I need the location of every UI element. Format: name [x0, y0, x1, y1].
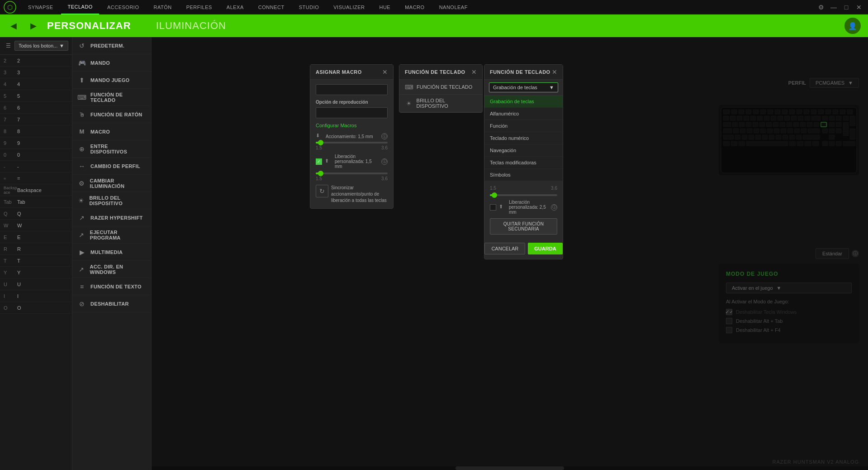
sidebar-item-cambiar-iluminacion[interactable]: ⚙ CAMBIAR ILUMINACIÓN	[72, 175, 151, 192]
list-item[interactable]: 00	[0, 149, 72, 161]
nav-macro[interactable]: MACRO	[398, 0, 431, 14]
sidebar-menu: ↺ PREDETERM. 🎮 MANDO ⬆ MANDO JUEGO ⌨ FUN…	[72, 37, 152, 470]
keys-panel-header: ☰ Todos los boton... ▼	[0, 37, 72, 55]
list-item[interactable]: 66	[0, 102, 72, 114]
liberacion-slider[interactable]	[316, 173, 388, 174]
forward-button[interactable]: ▶	[27, 19, 40, 32]
funcion-slider[interactable]	[490, 194, 557, 196]
nav-raton[interactable]: RATÓN	[147, 0, 178, 14]
funcion-right-close[interactable]: ✕	[552, 68, 557, 76]
menu-icon[interactable]: ☰	[4, 41, 13, 50]
funcion-slider-thumb[interactable]	[492, 192, 497, 198]
nav-connect[interactable]: CONNECT	[252, 0, 291, 14]
maximize-button[interactable]: □	[841, 2, 852, 13]
nav-nanoleaf[interactable]: NANOLEAF	[433, 0, 474, 14]
sidebar-item-macro[interactable]: M MACRO	[72, 123, 151, 140]
sidebar-item-mando-juego[interactable]: ⬆ MANDO JUEGO	[72, 72, 151, 89]
list-item[interactable]: ==	[0, 173, 72, 184]
sync-text: Sincronizar accionamiento/punto de liber…	[331, 185, 388, 204]
list-item[interactable]: TabTab	[0, 196, 72, 208]
sidebar-item-funcion-teclado[interactable]: ⌨ FUNCIÓN DE TECLADO	[72, 89, 151, 106]
dropdown-option-funcion[interactable]: Función	[484, 120, 563, 132]
sidebar-item-mando[interactable]: 🎮 MANDO	[72, 54, 151, 72]
sidebar-item-funcion-raton[interactable]: 🖱 FUNCIÓN DE RATÓN	[72, 106, 151, 123]
list-item[interactable]: 33	[0, 67, 72, 78]
accionamiento-slider-thumb[interactable]	[318, 140, 323, 145]
sidebar-item-entre-disp[interactable]: ⊕ ENTRE DISPOSITIVOS	[72, 140, 151, 158]
list-item[interactable]: --	[0, 161, 72, 173]
funcion-type-dropdown[interactable]: Grabación de teclas ▼	[489, 82, 558, 92]
remove-secondary-button[interactable]: QUITAR FUNCIÓN SECUNDARIA	[490, 218, 557, 235]
nav-studio[interactable]: STUDIO	[293, 0, 326, 14]
liberacion-slider-thumb[interactable]	[318, 171, 323, 176]
sync-icon[interactable]: ↻	[316, 185, 328, 197]
sidebar-item-brillo[interactable]: ☀ BRILLO DEL DISPOSITIVO	[72, 192, 151, 209]
sidebar-item-funcion-texto[interactable]: ≡ FUNCIÓN DE TEXTO	[72, 278, 151, 295]
list-item[interactable]: OO	[0, 302, 72, 314]
list-item[interactable]: II	[0, 290, 72, 302]
funcion-right-slider-section: 1.5 3.6 ⬆ Liberación personalizada: 2,5 …	[484, 181, 563, 259]
sidebar-item-predeterm[interactable]: ↺ PREDETERM.	[72, 37, 151, 54]
nav-alexa[interactable]: ALEXA	[220, 0, 250, 14]
list-item[interactable]: UU	[0, 278, 72, 290]
modal-asignar-close[interactable]: ✕	[382, 68, 388, 76]
list-item[interactable]: 99	[0, 137, 72, 149]
list-item[interactable]: EE	[0, 231, 72, 243]
liberacion-info-icon[interactable]: ⓘ	[381, 158, 388, 165]
nav-visualizer[interactable]: VISUALIZER	[327, 0, 371, 14]
close-button[interactable]: ✕	[854, 2, 864, 13]
dropdown-option-numerico[interactable]: Teclado numérico	[484, 132, 563, 144]
nav-hue[interactable]: HUE	[373, 0, 397, 14]
back-button[interactable]: ◀	[7, 19, 20, 32]
list-item[interactable]: WW	[0, 220, 72, 231]
list-item[interactable]: 77	[0, 114, 72, 125]
funcion-item-brillo[interactable]: ☀ BRILLO DEL DISPOSITIVO	[399, 95, 482, 112]
dropdown-option-navegacion[interactable]: Navegación	[484, 144, 563, 157]
dropdown-option-simbolos[interactable]: Símbolos	[484, 169, 563, 181]
opcion-reproduccion-select[interactable]	[316, 107, 388, 118]
dropdown-option-grabacion[interactable]: Grabación de teclas	[484, 96, 563, 108]
dropdown-option-modificadoras[interactable]: Teclas modificadoras	[484, 157, 563, 169]
funcion-item-teclado[interactable]: ⌨ FUNCIÓN DE TECLADO	[399, 80, 482, 95]
list-item[interactable]: BackspaceBackspace	[0, 184, 72, 196]
nav-perfiles[interactable]: PERFILES	[180, 0, 218, 14]
nav-accesorio[interactable]: ACCESORIO	[101, 0, 146, 14]
list-item[interactable]: 55	[0, 90, 72, 102]
sidebar-item-razer-hypershift[interactable]: ↗ RAZER HYPERSHIFT	[72, 209, 151, 226]
list-item[interactable]: QQ	[0, 208, 72, 220]
save-button[interactable]: GUARDA	[528, 243, 562, 254]
sidebar-item-label: MULTIMEDIA	[90, 249, 123, 255]
nav-synapse[interactable]: SYNAPSE	[22, 0, 59, 14]
accionamiento-info-icon[interactable]: ⓘ	[381, 133, 388, 139]
hypershift-icon: ↗	[78, 214, 86, 222]
sync-row: ↻ Sincronizar accionamiento/punto de lib…	[316, 185, 388, 204]
settings-button[interactable]: ⚙	[816, 2, 826, 13]
list-item[interactable]: RR	[0, 243, 72, 255]
liberacion-checkbox[interactable]: ✓	[316, 158, 322, 165]
asignar-macro-select[interactable]	[316, 84, 388, 95]
sidebar-item-label: CAMBIAR ILUMINACIÓN	[90, 178, 146, 189]
sidebar-item-ejecutar-programa[interactable]: ↗ EJECUTAR PROGRAMA	[72, 226, 151, 244]
configurar-macros-link[interactable]: Configurar Macros	[316, 123, 388, 128]
sidebar-item-deshabilitar[interactable]: ⊘ DESHABILITAR	[72, 295, 151, 312]
accionamiento-label: Accionamiento: 1,5 mm	[326, 134, 379, 139]
dropdown-option-alfanumerico[interactable]: Alfanumérico	[484, 108, 563, 120]
user-avatar[interactable]: 👤	[844, 18, 861, 34]
funcion-liberacion-checkbox[interactable]	[490, 204, 496, 211]
nav-teclado[interactable]: TECLADO	[61, 0, 99, 14]
cancel-button[interactable]: CANCELAR	[484, 243, 525, 254]
funcion-liberacion-info[interactable]: ⓘ	[551, 204, 557, 211]
sidebar-item-multimedia[interactable]: ▶ MULTIMEDIA	[72, 244, 151, 261]
list-item[interactable]: 88	[0, 125, 72, 137]
list-item[interactable]: YY	[0, 267, 72, 278]
minimize-button[interactable]: —	[828, 2, 839, 13]
list-item[interactable]: 44	[0, 78, 72, 90]
sidebar-item-acc-dir[interactable]: ↗ ACC. DIR. EN WINDOWS	[72, 261, 151, 278]
list-item[interactable]: 22	[0, 55, 72, 67]
keys-filter-dropdown[interactable]: Todos los boton... ▼	[14, 41, 68, 51]
list-item[interactable]: TT	[0, 255, 72, 267]
sidebar-item-cambio-perfil[interactable]: ↔ CAMBIO DE PERFIL	[72, 158, 151, 175]
macro-icon: M	[78, 128, 86, 136]
funcion-center-close[interactable]: ✕	[471, 68, 477, 76]
accionamiento-slider[interactable]	[316, 142, 388, 144]
